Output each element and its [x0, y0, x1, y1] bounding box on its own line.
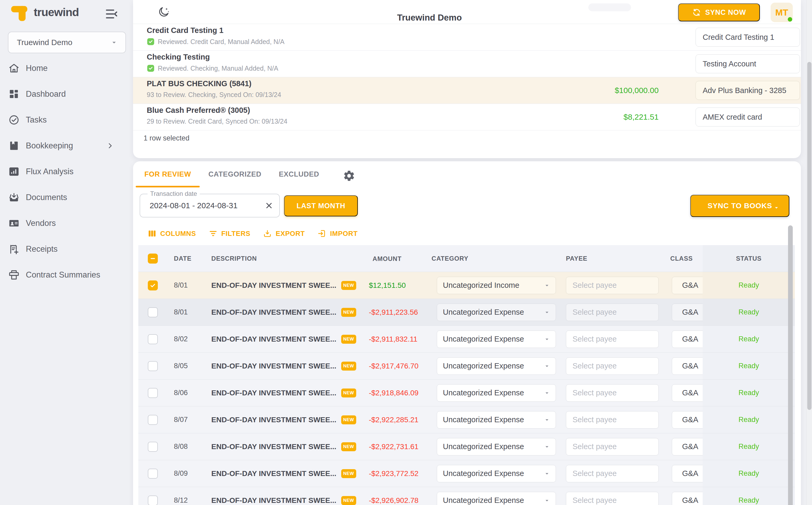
- transaction-row[interactable]: 8/07 END-OF-DAY INVESTMENT SWEE... NEW -…: [138, 406, 795, 433]
- page-scrollbar-thumb[interactable]: [807, 62, 811, 410]
- row-checkbox[interactable]: [148, 388, 158, 398]
- payee-input[interactable]: Select payee: [566, 438, 659, 456]
- payee-input[interactable]: Select payee: [566, 331, 659, 348]
- select-all-checkbox[interactable]: [148, 254, 158, 264]
- transaction-date-filter[interactable]: Transaction date 2024-08-01 - 2024-08-31: [140, 194, 280, 217]
- category-select[interactable]: Uncategorized Expense: [437, 465, 556, 482]
- payee-input[interactable]: Select payee: [566, 411, 659, 429]
- category-select[interactable]: Uncategorized Expense: [437, 384, 556, 402]
- category-select[interactable]: Uncategorized Expense: [437, 411, 556, 429]
- account-row[interactable]: Checking Testing Reviewed. Checking, Man…: [133, 51, 801, 77]
- export-button[interactable]: EXPORT: [263, 228, 305, 239]
- account-mapping-select[interactable]: Adv Plus Banking - 3285: [695, 81, 800, 100]
- category-select[interactable]: Uncategorized Expense: [437, 492, 556, 505]
- book-icon: [8, 140, 19, 151]
- sidebar-collapse-icon[interactable]: [105, 7, 118, 20]
- row-checkbox[interactable]: [148, 442, 158, 452]
- payee-input[interactable]: Select payee: [566, 492, 659, 505]
- tab-excluded[interactable]: EXCLUDED: [270, 161, 328, 187]
- columns-button[interactable]: COLUMNS: [148, 228, 196, 239]
- status-badge: Ready: [739, 362, 759, 370]
- top-header: Truewind Demo SYNC NOW MT: [133, 0, 801, 24]
- category-select[interactable]: Uncategorized Expense: [437, 438, 556, 456]
- row-checkbox[interactable]: [148, 469, 158, 479]
- row-checkbox[interactable]: [148, 334, 158, 344]
- transaction-row[interactable]: 8/02 END-OF-DAY INVESTMENT SWEE... NEW -…: [138, 326, 795, 352]
- workspace-selector[interactable]: Truewind Demo: [8, 32, 126, 53]
- col-header-amount[interactable]: AMOUNT: [373, 255, 402, 262]
- bar-chart-icon: [8, 166, 19, 177]
- account-row[interactable]: Credit Card Testing 1 Reviewed. Credit C…: [133, 24, 801, 51]
- tab-for-review[interactable]: FOR REVIEW: [136, 161, 200, 187]
- col-header-status[interactable]: STATUS: [736, 255, 761, 262]
- avatar[interactable]: MT: [771, 3, 793, 22]
- transaction-row[interactable]: 8/12 END-OF-DAY INVESTMENT SWEE... NEW -…: [138, 487, 795, 505]
- payee-input[interactable]: Select payee: [566, 357, 659, 375]
- transaction-row[interactable]: 8/09 END-OF-DAY INVESTMENT SWEE... NEW -…: [138, 460, 795, 487]
- account-row[interactable]: PLAT BUS CHECKING (5841) 93 to Review. C…: [133, 77, 801, 104]
- sidebar-item-vendors[interactable]: Vendors: [0, 210, 133, 236]
- account-mapping-select[interactable]: AMEX credit card: [695, 108, 800, 127]
- sidebar-item-receipts[interactable]: Receipts: [0, 236, 133, 262]
- row-checkbox[interactable]: [148, 496, 158, 505]
- row-checkbox[interactable]: [148, 307, 158, 317]
- table-vertical-scrollbar[interactable]: [788, 225, 793, 505]
- new-badge: NEW: [341, 335, 356, 344]
- transaction-row[interactable]: 8/01 END-OF-DAY INVESTMENT SWEE... NEW $…: [138, 272, 795, 299]
- tab-categorized[interactable]: CATEGORIZED: [200, 161, 270, 187]
- inbox-tray-icon: [8, 192, 19, 203]
- account-name: Checking Testing: [147, 53, 210, 61]
- table-body: 8/01 END-OF-DAY INVESTMENT SWEE... NEW $…: [138, 272, 795, 505]
- new-badge: NEW: [341, 362, 356, 371]
- payee-input[interactable]: Select payee: [566, 277, 659, 294]
- sidebar-item-home[interactable]: Home: [0, 55, 133, 81]
- col-header-class[interactable]: CLASS: [670, 255, 693, 262]
- sidebar-nav: Home Dashboard Tasks Bookkeeping Flux An…: [0, 55, 133, 288]
- caret-down-icon: [544, 363, 550, 369]
- sync-now-button[interactable]: SYNC NOW: [678, 3, 760, 21]
- sidebar-item-documents[interactable]: Documents: [0, 184, 133, 210]
- import-button[interactable]: IMPORT: [318, 228, 358, 239]
- col-header-description[interactable]: DESCRIPTION: [211, 255, 257, 262]
- col-header-payee[interactable]: PAYEE: [566, 255, 587, 262]
- transaction-row[interactable]: 8/06 END-OF-DAY INVESTMENT SWEE... NEW -…: [138, 379, 795, 406]
- transaction-amount: $12,151.50: [368, 281, 429, 290]
- sidebar-item-flux-analysis[interactable]: Flux Analysis: [0, 159, 133, 184]
- clear-date-icon[interactable]: [264, 201, 273, 210]
- account-row[interactable]: Blue Cash Preferred® (3005) 29 to Review…: [133, 104, 801, 131]
- payee-input[interactable]: Select payee: [566, 384, 659, 402]
- account-mapping-select[interactable]: Testing Account: [695, 54, 800, 73]
- account-mapping-select[interactable]: Credit Card Testing 1: [695, 28, 800, 47]
- sidebar-item-contract-summaries[interactable]: Contract Summaries: [0, 262, 133, 288]
- sync-to-books-button[interactable]: SYNC TO BOOKS: [690, 195, 789, 217]
- payee-input[interactable]: Select payee: [566, 304, 659, 321]
- row-checkbox[interactable]: [148, 281, 158, 291]
- category-value: Uncategorized Income: [443, 281, 519, 290]
- sidebar-item-dashboard[interactable]: Dashboard: [0, 81, 133, 107]
- category-select[interactable]: Uncategorized Expense: [437, 331, 556, 348]
- table-settings-gear-icon[interactable]: [343, 170, 355, 182]
- caret-down-icon: [544, 497, 550, 504]
- col-header-date[interactable]: DATE: [174, 255, 192, 262]
- row-checkbox[interactable]: [148, 415, 158, 425]
- transaction-row[interactable]: 8/01 END-OF-DAY INVESTMENT SWEE... NEW -…: [138, 299, 795, 326]
- category-select[interactable]: Uncategorized Income: [437, 277, 556, 294]
- filter-icon: [209, 229, 218, 238]
- status-cell: Ready: [703, 433, 795, 460]
- account-subtext: 29 to Review. Credit Card, Synced On: 09…: [147, 118, 287, 125]
- page-scrollbar[interactable]: [806, 0, 812, 505]
- category-select[interactable]: Uncategorized Expense: [437, 304, 556, 321]
- sidebar-item-tasks[interactable]: Tasks: [0, 107, 133, 133]
- sidebar-item-bookkeeping[interactable]: Bookkeeping: [0, 133, 133, 159]
- filters-button[interactable]: FILTERS: [209, 228, 250, 239]
- transaction-amount: -$2,918,846.09: [368, 389, 429, 397]
- category-select[interactable]: Uncategorized Expense: [437, 357, 556, 375]
- last-month-button[interactable]: LAST MONTH: [284, 195, 358, 216]
- transaction-row[interactable]: 8/08 END-OF-DAY INVESTMENT SWEE... NEW -…: [138, 433, 795, 460]
- payee-input[interactable]: Select payee: [566, 465, 659, 482]
- col-header-category[interactable]: CATEGORY: [432, 255, 468, 262]
- row-checkbox[interactable]: [148, 361, 158, 371]
- dark-mode-moon-icon[interactable]: [158, 6, 170, 18]
- transaction-amount: -$2,922,731.61: [368, 443, 429, 451]
- transaction-row[interactable]: 8/05 END-OF-DAY INVESTMENT SWEE... NEW -…: [138, 352, 795, 379]
